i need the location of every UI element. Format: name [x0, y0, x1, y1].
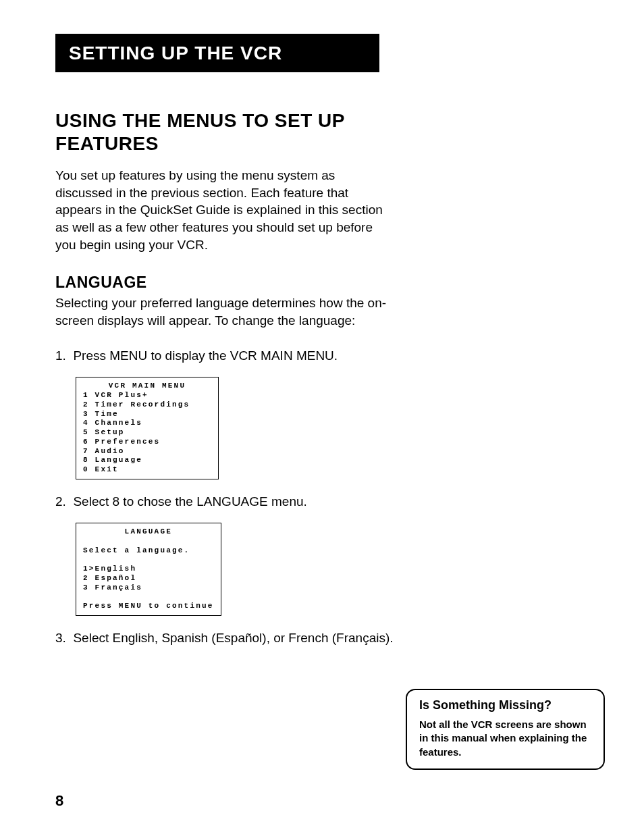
- page-content: Setting Up the VCR Using the Menus to Se…: [0, 0, 644, 648]
- step-2-number: 2.: [55, 494, 66, 509]
- language-menu-screen: LANGUAGE Select a language. 1>English 2 …: [76, 523, 221, 616]
- screen2-prompt: Select a language.: [83, 546, 214, 556]
- vcr-main-menu-screen: VCR MAIN MENU1 VCR Plus+ 2 Timer Recordi…: [76, 377, 219, 479]
- page-number: 8: [55, 792, 63, 810]
- section-title: Using the Menus to Set Up Features: [55, 109, 393, 155]
- screen2-options: 1>English 2 Español 3 Français: [83, 565, 214, 592]
- intro-paragraph: You set up features by using the menu sy…: [55, 167, 393, 253]
- step-2-text: Select 8 to chose the LANGUAGE menu.: [73, 494, 306, 509]
- step-1-text: Press MENU to display the VCR MAIN MENU.: [73, 348, 338, 363]
- step-2: 2. Select 8 to chose the LANGUAGE menu.: [55, 493, 589, 511]
- subsection-title: Language: [55, 273, 589, 292]
- step-1: 1. Press MENU to display the VCR MAIN ME…: [55, 347, 589, 365]
- chapter-header-bar: Setting Up the VCR: [55, 34, 379, 72]
- callout-body: Not all the VCR screens are shown in thi…: [419, 718, 591, 759]
- screen1-lines: 1 VCR Plus+ 2 Timer Recordings 3 Time 4 …: [83, 391, 211, 475]
- chapter-title: Setting Up the VCR: [69, 43, 282, 63]
- screen1-title: VCR MAIN MENU: [83, 382, 211, 391]
- step-3: 3. Select English, Spanish (Español), or…: [55, 629, 589, 648]
- callout-box: Is Something Missing? Not all the VCR sc…: [406, 689, 605, 770]
- callout-title: Is Something Missing?: [419, 698, 591, 712]
- step-3-text: Select English, Spanish (Español), or Fr…: [73, 631, 393, 645]
- screen2-title: LANGUAGE: [83, 527, 214, 537]
- screen2-footer: Press MENU to continue: [83, 602, 214, 611]
- subsection-intro: Selecting your preferred language determ…: [55, 294, 393, 329]
- step-1-number: 1.: [55, 348, 66, 363]
- step-3-number: 3.: [55, 631, 66, 645]
